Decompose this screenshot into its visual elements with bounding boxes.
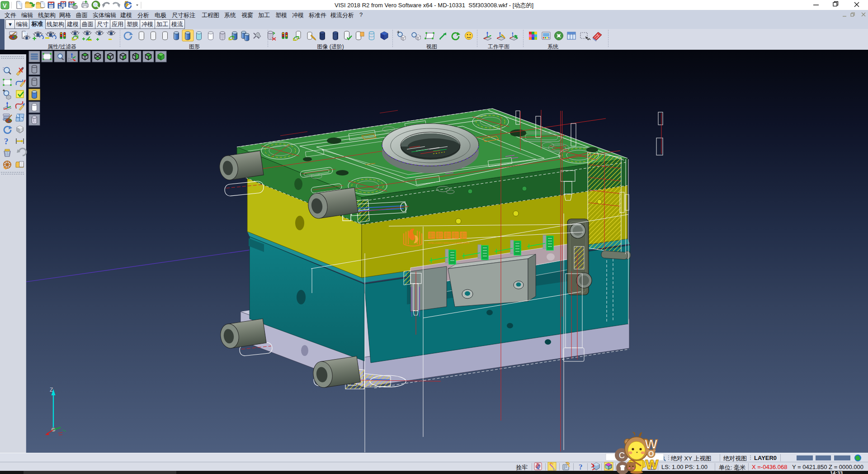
svg-text:V: V [3,2,7,9]
svg-text:?: ? [579,463,583,471]
svg-text:C: C [619,451,625,460]
svg-text:W: W [646,457,659,472]
svg-text:W: W [645,436,658,451]
svg-text:?: ? [4,137,9,146]
svg-text:INTELLIGENT MANUFACTURING DATA: INTELLIGENT MANUFACTURING DATA [428,242,470,244]
